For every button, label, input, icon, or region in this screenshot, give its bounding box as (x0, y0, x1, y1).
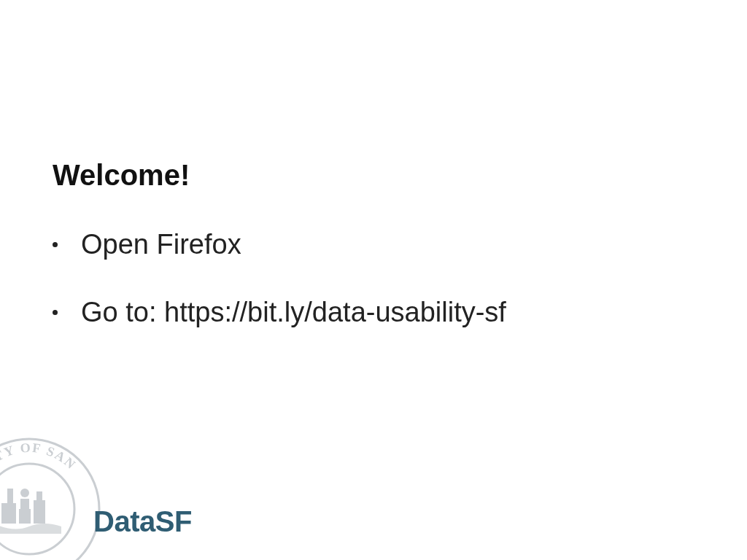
list-item: Open Firefox (53, 226, 607, 263)
bullet-icon (53, 242, 58, 247)
bullet-list: Open Firefox Go to: https://bit.ly/data-… (53, 226, 607, 362)
bullet-text: Go to: https://bit.ly/data-usability-sf (81, 294, 506, 331)
bullet-text: Open Firefox (81, 226, 241, 263)
datasf-logo: DataSF (93, 505, 192, 538)
city-seal-icon: OUNTY OF SAN (0, 436, 102, 560)
slide-title: Welcome! (53, 159, 190, 192)
list-item: Go to: https://bit.ly/data-usability-sf (53, 294, 607, 331)
bullet-icon (53, 310, 58, 315)
svg-point-3 (20, 489, 29, 497)
slide: Welcome! Open Firefox Go to: https://bit… (0, 0, 747, 560)
